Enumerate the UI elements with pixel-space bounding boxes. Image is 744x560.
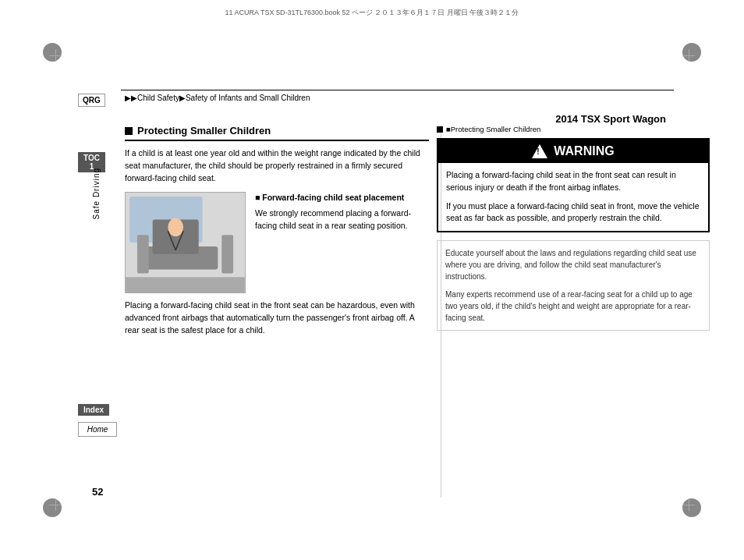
warning-body: Placing a forward-facing child seat in t… <box>438 163 708 231</box>
warning-title: WARNING <box>554 144 614 158</box>
forward-facing-heading: ■ Forward-facing child seat placement <box>255 192 429 204</box>
page-number: 52 <box>92 486 103 498</box>
warning-text-2: If you must place a forward-facing child… <box>446 200 700 225</box>
sidebar-item-home[interactable]: Home <box>78 422 117 437</box>
heading-square-icon <box>125 127 133 135</box>
section-title: Protecting Smaller Children <box>137 125 271 136</box>
crosshair-tr <box>682 49 695 62</box>
warning-triangle-icon <box>532 144 547 158</box>
intro-text: If a child is at least one year old and … <box>125 147 429 184</box>
info-text-2: Many experts recommend use of a rear-fac… <box>445 289 701 324</box>
sidebar-item-index[interactable]: Index <box>78 404 109 416</box>
forward-facing-body: We strongly recommend placing a forward-… <box>255 207 429 232</box>
right-breadcrumb: ■Protecting Smaller Children <box>437 125 710 133</box>
bottom-text: Placing a forward-facing child seat in t… <box>125 299 429 336</box>
svg-rect-8 <box>221 235 233 273</box>
sidebar-item-qrg[interactable]: QRG <box>78 94 105 107</box>
warning-box: WARNING Placing a forward-facing child s… <box>437 138 710 232</box>
svg-rect-7 <box>137 235 149 273</box>
sidebar: QRG TOC 1 Safe Driving Index Home 52 <box>0 0 121 560</box>
right-breadcrumb-text: ■Protecting Smaller Children <box>446 125 540 133</box>
main-content: Protecting Smaller Children If a child i… <box>121 90 744 560</box>
left-column: Protecting Smaller Children If a child i… <box>125 125 429 337</box>
small-square-icon <box>437 126 443 133</box>
file-metadata: 11 ACURA TSX 5D-31TL76300.book 52 ページ ２０… <box>70 8 674 18</box>
svg-point-4 <box>168 218 183 237</box>
warning-header: WARNING <box>438 140 708 163</box>
forward-facing-section: ■ Forward-facing child seat placement We… <box>255 192 429 232</box>
right-column: ■Protecting Smaller Children WARNING Pla… <box>437 125 710 331</box>
svg-rect-9 <box>126 278 245 293</box>
info-text-1: Educate yourself about the laws and regu… <box>445 247 701 282</box>
sidebar-item-label-safe-driving: Safe Driving <box>92 168 101 219</box>
child-seat-image <box>125 192 246 293</box>
warning-text-1: Placing a forward-facing child seat in t… <box>446 169 700 194</box>
section-heading: Protecting Smaller Children <box>125 125 429 141</box>
info-box: Educate yourself about the laws and regu… <box>437 240 710 331</box>
